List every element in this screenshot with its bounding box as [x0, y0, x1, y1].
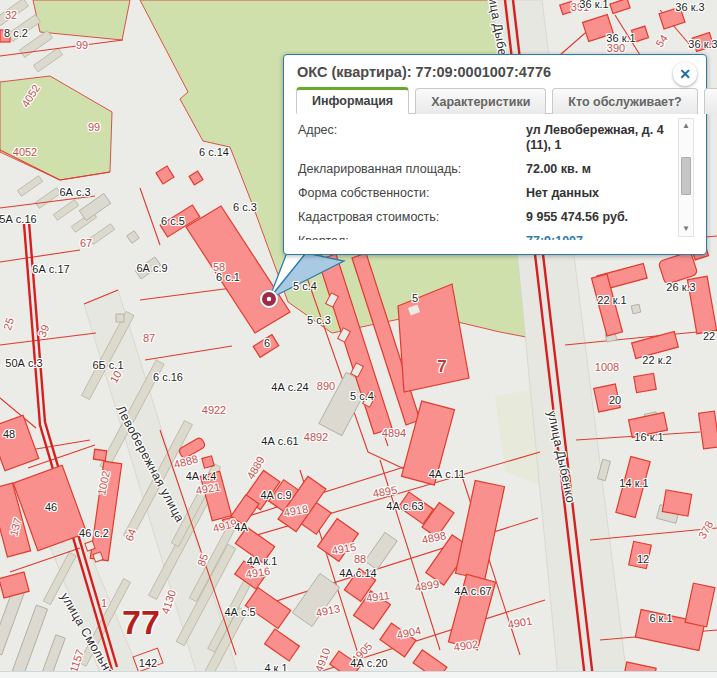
tab-3[interactable]: Услуги	[704, 88, 717, 114]
field-row: Форма собственности:Нет данных	[298, 186, 668, 201]
field-value-link[interactable]: 77:9:1007	[526, 234, 583, 240]
popup-body: Адрес:ул Левобережная, д. 4 (11), 1Декла…	[296, 114, 694, 240]
field-value: 9 955 474.56 руб.	[526, 210, 668, 225]
field-row: Адрес:ул Левобережная, д. 4 (11), 1	[298, 123, 668, 153]
tab-2[interactable]: Кто обслуживает?	[552, 88, 697, 114]
scrollbar-thumb[interactable]	[681, 157, 691, 195]
field-label: Форма собственности:	[298, 186, 526, 201]
field-value: ул Левобережная, д. 4 (11), 1	[526, 123, 668, 153]
field-value: Нет данных	[526, 186, 668, 201]
object-info-popup: ОКС (квартира): 77:09:0001007:4776 ✕ Инф…	[283, 54, 707, 255]
popup-fields: Адрес:ул Левобережная, д. 4 (11), 1Декла…	[296, 114, 694, 240]
field-row: Декларированная площадь:72.00 кв. м	[298, 162, 668, 177]
scroll-down-icon[interactable]: ▼	[680, 222, 692, 236]
popup-tabs: ИнформацияХарактеристикиКто обслуживает?…	[296, 87, 694, 114]
map-viewport[interactable]: 328 с.29940529940526 с.146А с.36 с.35А с…	[0, 0, 717, 678]
field-label: Кадастровая стоимость:	[298, 210, 526, 225]
tab-1[interactable]: Характеристики	[415, 88, 546, 114]
field-label: Квартал:	[298, 234, 526, 240]
field-label: Адрес:	[298, 123, 526, 153]
tab-0[interactable]: Информация	[296, 87, 409, 114]
map-bottom-edge	[0, 671, 717, 678]
field-label: Декларированная площадь:	[298, 162, 526, 177]
field-value: 72.00 кв. м	[526, 162, 668, 177]
close-icon[interactable]: ✕	[673, 62, 697, 86]
field-row: Кадастровая стоимость:9 955 474.56 руб.	[298, 210, 668, 225]
popup-scrollbar[interactable]: ▲ ▼	[678, 118, 694, 237]
field-row: Квартал:77:9:1007	[298, 234, 668, 240]
scroll-up-icon[interactable]: ▲	[680, 119, 692, 133]
popup-title: ОКС (квартира): 77:09:0001007:4776	[284, 55, 706, 85]
selected-object-marker[interactable]	[260, 290, 279, 309]
